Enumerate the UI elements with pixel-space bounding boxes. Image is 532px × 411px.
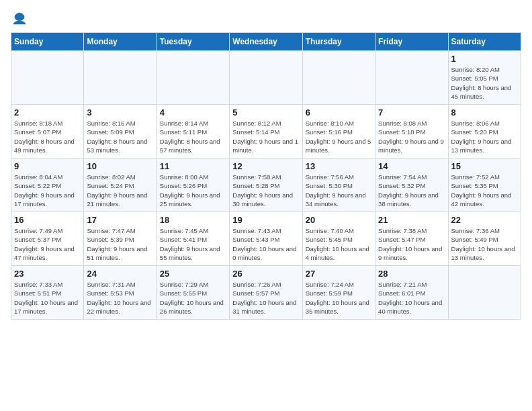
day-cell: 11Sunrise: 8:00 AM Sunset: 5:26 PM Dayli… (157, 158, 229, 212)
day-detail: Sunrise: 8:18 AM Sunset: 5:07 PM Dayligh… (14, 119, 81, 154)
day-cell: 27Sunrise: 7:24 AM Sunset: 5:59 PM Dayli… (302, 266, 375, 320)
day-number: 8 (451, 107, 518, 118)
day-cell (448, 266, 521, 320)
day-number: 28 (378, 269, 445, 279)
day-cell: 8Sunrise: 8:06 AM Sunset: 5:20 PM Daylig… (448, 105, 521, 158)
day-detail: Sunrise: 8:02 AM Sunset: 5:24 PM Dayligh… (87, 173, 153, 208)
day-cell: 14Sunrise: 7:54 AM Sunset: 5:32 PM Dayli… (375, 158, 448, 212)
day-cell: 21Sunrise: 7:38 AM Sunset: 5:47 PM Dayli… (375, 212, 448, 266)
day-cell: 1Sunrise: 8:20 AM Sunset: 5:05 PM Daylig… (448, 51, 521, 105)
week-row-5: 23Sunrise: 7:33 AM Sunset: 5:51 PM Dayli… (11, 266, 521, 320)
day-detail: Sunrise: 7:29 AM Sunset: 5:55 PM Dayligh… (160, 280, 226, 316)
day-detail: Sunrise: 7:47 AM Sunset: 5:39 PM Dayligh… (87, 226, 153, 262)
header-monday: Monday (84, 33, 157, 51)
days-header-row: SundayMondayTuesdayWednesdayThursdayFrid… (11, 33, 521, 51)
day-cell: 5Sunrise: 8:12 AM Sunset: 5:14 PM Daylig… (230, 105, 302, 158)
day-detail: Sunrise: 7:45 AM Sunset: 5:41 PM Dayligh… (160, 226, 226, 262)
day-cell: 9Sunrise: 8:04 AM Sunset: 5:22 PM Daylig… (11, 158, 84, 212)
header-saturday: Saturday (448, 33, 521, 51)
day-number: 4 (160, 107, 226, 118)
day-cell: 15Sunrise: 7:52 AM Sunset: 5:35 PM Dayli… (448, 158, 521, 212)
week-row-2: 2Sunrise: 8:18 AM Sunset: 5:07 PM Daylig… (11, 105, 521, 158)
day-number: 24 (87, 269, 153, 279)
day-cell (230, 51, 302, 105)
day-number: 27 (306, 269, 372, 279)
day-detail: Sunrise: 8:16 AM Sunset: 5:09 PM Dayligh… (87, 119, 153, 154)
day-cell (157, 51, 229, 105)
day-detail: Sunrise: 7:36 AM Sunset: 5:49 PM Dayligh… (451, 226, 518, 262)
day-cell: 26Sunrise: 7:26 AM Sunset: 5:57 PM Dayli… (230, 266, 302, 320)
day-cell: 24Sunrise: 7:31 AM Sunset: 5:53 PM Dayli… (84, 266, 157, 320)
day-detail: Sunrise: 7:56 AM Sunset: 5:30 PM Dayligh… (306, 173, 372, 208)
header-thursday: Thursday (302, 33, 375, 51)
day-number: 7 (378, 107, 445, 118)
day-detail: Sunrise: 7:40 AM Sunset: 5:45 PM Dayligh… (306, 226, 372, 262)
day-number: 14 (378, 161, 445, 171)
day-detail: Sunrise: 8:00 AM Sunset: 5:26 PM Dayligh… (160, 173, 226, 208)
day-cell: 19Sunrise: 7:43 AM Sunset: 5:43 PM Dayli… (230, 212, 302, 266)
day-number: 20 (306, 215, 372, 225)
day-detail: Sunrise: 7:52 AM Sunset: 5:35 PM Dayligh… (451, 173, 518, 208)
day-detail: Sunrise: 7:21 AM Sunset: 6:01 PM Dayligh… (378, 280, 445, 316)
day-cell (375, 51, 448, 105)
day-detail: Sunrise: 8:20 AM Sunset: 5:05 PM Dayligh… (451, 65, 518, 101)
day-detail: Sunrise: 8:06 AM Sunset: 5:20 PM Dayligh… (451, 119, 518, 154)
day-detail: Sunrise: 7:54 AM Sunset: 5:32 PM Dayligh… (378, 173, 445, 208)
day-number: 19 (232, 215, 299, 225)
day-cell (302, 51, 375, 105)
day-detail: Sunrise: 7:26 AM Sunset: 5:57 PM Dayligh… (232, 280, 299, 316)
day-number: 21 (378, 215, 445, 225)
day-number: 9 (14, 161, 81, 171)
day-number: 3 (87, 107, 153, 118)
day-cell: 2Sunrise: 8:18 AM Sunset: 5:07 PM Daylig… (11, 105, 84, 158)
day-number: 13 (306, 161, 372, 171)
header-sunday: Sunday (11, 33, 84, 51)
header-wednesday: Wednesday (230, 33, 302, 51)
header-friday: Friday (375, 33, 448, 51)
day-cell: 16Sunrise: 7:49 AM Sunset: 5:37 PM Dayli… (11, 212, 84, 266)
day-detail: Sunrise: 7:43 AM Sunset: 5:43 PM Dayligh… (232, 226, 299, 262)
day-cell: 23Sunrise: 7:33 AM Sunset: 5:51 PM Dayli… (11, 266, 84, 320)
logo (11, 11, 27, 26)
day-number: 6 (306, 107, 372, 118)
week-row-1: 1Sunrise: 8:20 AM Sunset: 5:05 PM Daylig… (11, 51, 521, 105)
day-number: 10 (87, 161, 153, 171)
day-number: 18 (160, 215, 226, 225)
day-number: 16 (14, 215, 81, 225)
day-number: 17 (87, 215, 153, 225)
day-cell (11, 51, 84, 105)
day-detail: Sunrise: 7:24 AM Sunset: 5:59 PM Dayligh… (306, 280, 372, 316)
day-cell: 4Sunrise: 8:14 AM Sunset: 5:11 PM Daylig… (157, 105, 229, 158)
day-cell: 13Sunrise: 7:56 AM Sunset: 5:30 PM Dayli… (302, 158, 375, 212)
day-cell: 12Sunrise: 7:58 AM Sunset: 5:28 PM Dayli… (230, 158, 302, 212)
day-number: 11 (160, 161, 226, 171)
header-tuesday: Tuesday (157, 33, 229, 51)
day-number: 23 (14, 269, 81, 279)
day-cell: 18Sunrise: 7:45 AM Sunset: 5:41 PM Dayli… (157, 212, 229, 266)
day-number: 5 (232, 107, 299, 118)
day-cell: 25Sunrise: 7:29 AM Sunset: 5:55 PM Dayli… (157, 266, 229, 320)
day-cell (84, 51, 157, 105)
day-cell: 22Sunrise: 7:36 AM Sunset: 5:49 PM Dayli… (448, 212, 521, 266)
day-detail: Sunrise: 8:14 AM Sunset: 5:11 PM Dayligh… (160, 119, 226, 154)
day-number: 12 (232, 161, 299, 171)
day-cell: 17Sunrise: 7:47 AM Sunset: 5:39 PM Dayli… (84, 212, 157, 266)
week-row-4: 16Sunrise: 7:49 AM Sunset: 5:37 PM Dayli… (11, 212, 521, 266)
day-number: 15 (451, 161, 518, 171)
day-detail: Sunrise: 7:31 AM Sunset: 5:53 PM Dayligh… (87, 280, 153, 316)
day-detail: Sunrise: 8:12 AM Sunset: 5:14 PM Dayligh… (232, 119, 299, 154)
week-row-3: 9Sunrise: 8:04 AM Sunset: 5:22 PM Daylig… (11, 158, 521, 212)
day-cell: 3Sunrise: 8:16 AM Sunset: 5:09 PM Daylig… (84, 105, 157, 158)
day-detail: Sunrise: 7:58 AM Sunset: 5:28 PM Dayligh… (232, 173, 299, 208)
day-detail: Sunrise: 8:04 AM Sunset: 5:22 PM Dayligh… (14, 173, 81, 208)
day-number: 22 (451, 215, 518, 225)
calendar-table: SundayMondayTuesdayWednesdayThursdayFrid… (11, 32, 521, 320)
day-number: 1 (451, 54, 518, 64)
day-detail: Sunrise: 8:10 AM Sunset: 5:16 PM Dayligh… (306, 119, 372, 154)
day-cell: 10Sunrise: 8:02 AM Sunset: 5:24 PM Dayli… (84, 158, 157, 212)
day-detail: Sunrise: 7:38 AM Sunset: 5:47 PM Dayligh… (378, 226, 445, 262)
day-cell: 28Sunrise: 7:21 AM Sunset: 6:01 PM Dayli… (375, 266, 448, 320)
logo-bird-icon (12, 11, 27, 26)
day-cell: 7Sunrise: 8:08 AM Sunset: 5:18 PM Daylig… (375, 105, 448, 158)
logo-text (11, 11, 27, 26)
